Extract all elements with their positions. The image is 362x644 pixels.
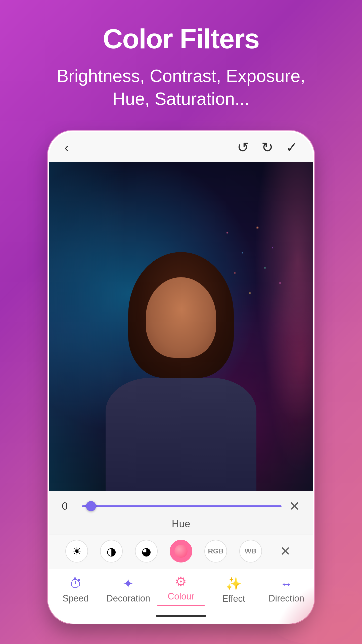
- contrast-icon: ◑: [107, 545, 116, 558]
- back-button[interactable]: ‹: [64, 139, 69, 155]
- speed-icon: ⏱: [69, 576, 82, 591]
- nav-item-effect[interactable]: ✨ Effect: [207, 569, 260, 610]
- nav-speed-label: Speed: [63, 593, 89, 604]
- contrast-filter-button[interactable]: ◑: [100, 540, 123, 562]
- slider-value: 0: [62, 500, 74, 512]
- undo-button[interactable]: ↺: [237, 139, 249, 155]
- body: [106, 378, 256, 491]
- hue-icon: [174, 545, 188, 558]
- rgb-icon: RGB: [208, 547, 223, 555]
- hue-filter-button[interactable]: [170, 540, 192, 562]
- home-bar: [156, 615, 206, 617]
- topbar-actions: ↺ ↻ ✓: [237, 139, 298, 155]
- nav-decoration-label: Decoration: [106, 593, 150, 604]
- nav-colour-label: Colour: [168, 591, 194, 602]
- slider-thumb[interactable]: [86, 501, 96, 511]
- confirm-button[interactable]: ✓: [286, 139, 298, 155]
- rgb-filter-button[interactable]: RGB: [204, 540, 227, 562]
- effect-icon: ✨: [225, 576, 242, 591]
- portrait-subject: [93, 239, 269, 491]
- slider-label: Hue: [49, 516, 313, 535]
- brightness-icon: ☀: [72, 545, 82, 558]
- nav-item-decoration[interactable]: ✦ Decoration: [102, 569, 155, 610]
- exposure-filter-button[interactable]: ◕: [135, 540, 158, 562]
- active-indicator: [157, 605, 205, 606]
- phone-frame: ‹ ↺ ↻ ✓ 0: [48, 131, 314, 624]
- filter-close-button[interactable]: ✕: [274, 540, 297, 562]
- decoration-icon: ✦: [123, 576, 134, 591]
- photo-canvas: [49, 162, 313, 491]
- slider-close-button[interactable]: ✕: [289, 499, 300, 514]
- wb-icon: WB: [245, 547, 256, 555]
- close-icon: ✕: [280, 544, 291, 559]
- nav-effect-label: Effect: [222, 593, 245, 604]
- nav-item-colour[interactable]: ⚙ Colour: [155, 569, 207, 610]
- hue-slider-row: 0 ✕: [49, 491, 313, 516]
- filter-icons-row: ☀ ◑ ◕ RGB WB ✕: [49, 535, 313, 569]
- page-title: Color Filters: [103, 23, 259, 55]
- nav-item-speed[interactable]: ⏱ Speed: [49, 569, 102, 610]
- wb-filter-button[interactable]: WB: [239, 540, 262, 562]
- face: [146, 277, 216, 358]
- brightness-filter-button[interactable]: ☀: [65, 540, 88, 562]
- phone-mockup: ‹ ↺ ↻ ✓ 0: [48, 131, 314, 624]
- hue-slider-track[interactable]: [82, 505, 282, 507]
- colour-icon: ⚙: [175, 574, 187, 589]
- page-subtitle: Brightness, Contrast, Exposure, Hue, Sat…: [43, 65, 319, 110]
- phone-topbar: ‹ ↺ ↻ ✓: [49, 132, 313, 162]
- bottom-decoration: [261, 569, 362, 644]
- exposure-icon: ◕: [142, 545, 151, 558]
- redo-button[interactable]: ↻: [261, 139, 273, 155]
